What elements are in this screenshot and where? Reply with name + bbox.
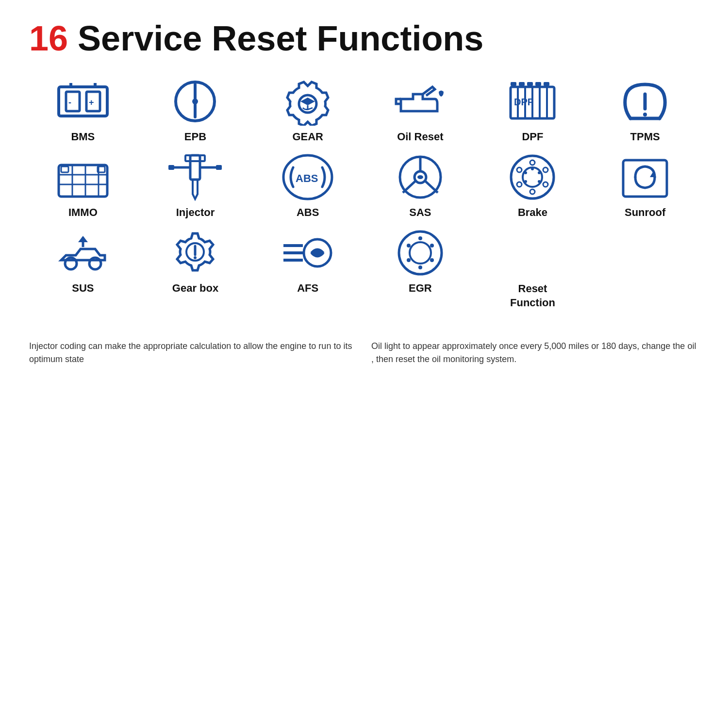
svg-point-62 [524,180,527,183]
abs-icon: ABS [279,153,337,201]
title-text: Service Reset Functions [68,19,483,58]
function-immo: IMMO [29,153,137,219]
epb-icon [166,77,224,126]
oil-photo-block: ENGINE OIL Oil light to appear approxima… [371,334,699,366]
svg-rect-23 [535,82,541,86]
brake-icon [503,153,562,201]
svg-rect-22 [527,82,533,86]
function-egr: EGR [366,229,474,310]
function-gear: GEAR [254,77,362,143]
injector-label: Injector [176,206,215,219]
svg-point-79 [418,265,422,269]
epb-label: EPB [184,131,206,143]
injector-icon [166,153,224,201]
svg-point-59 [538,171,541,174]
function-abs: ABS ABS [254,153,362,219]
gear-icon [279,77,337,126]
svg-point-78 [430,258,434,262]
svg-point-76 [418,236,422,240]
function-bms: - + BMS [29,77,137,143]
gear-label: GEAR [292,131,323,143]
tpms-label: TPMS [630,131,660,143]
svg-point-50 [511,156,554,199]
function-injector: Injector [142,153,249,219]
sunroof-label: Sunroof [625,206,665,219]
svg-rect-40 [168,165,174,170]
svg-point-52 [530,160,535,165]
brake-label: Brake [518,206,547,219]
svg-point-77 [430,244,434,248]
svg-text:+: + [89,98,94,107]
svg-rect-20 [511,82,516,86]
svg-rect-34 [61,166,68,172]
oil-caption: Oil light to appear approximately once e… [371,340,699,366]
injector-photo-block: Injector coding can make the appropriate… [29,334,357,366]
svg-line-47 [403,181,416,193]
oil-reset-label: Oil Reset [397,131,443,143]
function-sus: SUS [29,229,137,310]
immo-icon [54,153,112,201]
svg-rect-37 [185,155,205,161]
abs-label: ABS [297,206,319,219]
function-gearbox: Gear box [142,229,249,310]
svg-point-49 [417,175,423,179]
svg-point-81 [407,244,411,248]
svg-point-55 [543,167,548,172]
photos-row: Injector coding can make the appropriate… [29,334,699,366]
dpf-icon: DPF [503,77,562,126]
function-brake: Brake [479,153,587,219]
function-sunroof: Sunroof [591,153,699,219]
sas-icon [391,153,449,201]
gearbox-icon [166,229,224,277]
svg-rect-28 [59,165,107,197]
reset-icon [503,229,562,277]
oil-reset-icon [391,77,449,126]
svg-point-27 [643,113,647,116]
injector-caption: Injector coding can make the appropriate… [29,340,357,366]
title-number: 16 [29,19,68,58]
svg-text:DPF: DPF [514,97,533,107]
svg-point-10 [192,99,198,104]
egr-icon [391,229,449,277]
gearbox-label: Gear box [172,282,218,295]
immo-label: IMMO [68,206,98,219]
sas-label: SAS [409,206,431,219]
egr-label: EGR [409,282,432,295]
function-sas: SAS [366,153,474,219]
function-oil-reset: Oil Reset [366,77,474,143]
function-dpf: DPF DPF [479,77,587,143]
svg-point-53 [530,189,535,194]
tpms-icon [616,77,674,126]
bms-icon: - + [54,77,112,126]
reset-label: ResetFunction [510,282,555,310]
functions-grid: - + BMS EPB [29,77,699,310]
sunroof-icon [616,153,674,201]
afs-label: AFS [297,282,318,295]
svg-point-57 [543,182,548,187]
svg-point-56 [517,182,522,187]
svg-rect-41 [216,165,222,170]
sus-icon [54,229,112,277]
svg-point-75 [410,242,431,264]
svg-line-48 [425,181,438,193]
svg-rect-24 [544,82,549,86]
svg-rect-21 [519,82,525,86]
svg-point-54 [517,167,522,172]
dpf-label: DPF [522,131,543,143]
sus-label: SUS [72,282,94,295]
svg-text:ABS: ABS [296,172,318,184]
svg-point-60 [538,180,541,183]
svg-rect-36 [190,155,200,180]
svg-point-58 [531,167,534,170]
function-reset: ResetFunction [479,229,587,310]
svg-point-69 [194,256,197,259]
svg-point-61 [524,171,527,174]
bms-label: BMS [71,131,95,143]
afs-icon [279,229,337,277]
function-afs: AFS [254,229,362,310]
svg-text:-: - [68,98,71,107]
svg-point-80 [407,258,411,262]
page-title: 16 Service Reset Functions [29,19,699,58]
function-epb: EPB [142,77,249,143]
function-tpms: TPMS [591,77,699,143]
